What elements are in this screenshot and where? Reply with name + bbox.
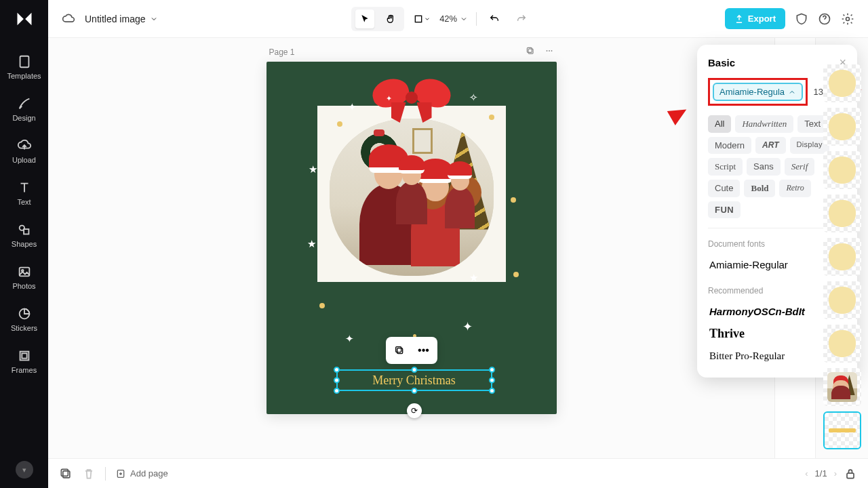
svg-point-14: [549, 50, 550, 52]
rotate-handle[interactable]: ⟳: [407, 403, 422, 418]
export-button[interactable]: Export: [725, 8, 785, 29]
hand-tool[interactable]: [381, 9, 400, 28]
lock-icon[interactable]: [844, 467, 857, 481]
page-header: Page 1: [267, 46, 557, 62]
cloud-icon[interactable]: [62, 12, 75, 26]
svg-rect-19: [63, 470, 70, 477]
page-number: 1/1: [815, 468, 827, 479]
next-page-icon[interactable]: ›: [834, 468, 837, 479]
nav-stickers-label: Stickers: [11, 324, 37, 332]
layer-thumb-photo[interactable]: [823, 368, 861, 406]
font-family-value: Amiamie-Regula: [719, 87, 785, 97]
selected-text-element[interactable]: Merry Christmas ⟳: [336, 369, 492, 391]
settings-icon[interactable]: [841, 12, 854, 26]
main-area: Untitled image 42% Export Page 1: [48, 0, 868, 488]
help-icon[interactable]: [818, 12, 831, 26]
nav-photos-label: Photos: [12, 282, 35, 290]
pages-icon[interactable]: [59, 467, 73, 481]
nav-templates-label: Templates: [7, 72, 41, 80]
chip-all[interactable]: All: [708, 115, 731, 133]
svg-rect-20: [61, 469, 68, 476]
shield-icon[interactable]: [795, 12, 808, 26]
canvas-area[interactable]: Page 1 ✦ ✦ ✧ ★ ★ ★ ✦ ✦: [48, 38, 774, 458]
more-icon[interactable]: [545, 46, 554, 56]
layer-thumb[interactable]: [823, 108, 861, 146]
font-family-select[interactable]: Amiamie-Regula: [713, 83, 803, 101]
svg-rect-8: [415, 16, 421, 22]
zoom-control[interactable]: 42%: [439, 14, 468, 24]
chevron-up-icon: [788, 88, 796, 96]
left-sidebar: Templates Design Upload Text Shapes Phot…: [0, 0, 48, 488]
nav-upload-label: Upload: [12, 156, 36, 164]
collapse-sidebar-button[interactable]: ▾: [16, 461, 33, 479]
chip-cute[interactable]: Cute: [708, 180, 740, 197]
nav-design[interactable]: Design: [0, 88, 48, 130]
svg-rect-2: [24, 229, 28, 234]
svg-rect-0: [20, 56, 28, 68]
svg-rect-17: [395, 347, 401, 352]
nav-shapes-label: Shapes: [12, 240, 37, 248]
nav-frames-label: Frames: [12, 366, 37, 374]
chip-retro[interactable]: Retro: [779, 180, 810, 197]
more-element-icon[interactable]: •••: [414, 341, 433, 360]
nav-templates[interactable]: Templates: [0, 46, 48, 88]
canvas-frame[interactable]: ✦ ✦ ✧ ★ ★ ★ ✦ ✦ ••• Merry Chri: [267, 62, 557, 414]
nav-shapes[interactable]: Shapes: [0, 214, 48, 256]
layer-thumb[interactable]: [823, 195, 861, 232]
nav-text[interactable]: Text: [0, 172, 48, 214]
chip-serif[interactable]: Serif: [785, 158, 815, 176]
duplicate-element-icon[interactable]: [390, 341, 409, 360]
app-logo[interactable]: [15, 9, 34, 28]
layer-thumb[interactable]: [823, 238, 861, 276]
delete-icon[interactable]: [82, 467, 96, 481]
nav-frames[interactable]: Frames: [0, 340, 48, 382]
nav-photos[interactable]: Photos: [0, 256, 48, 298]
svg-rect-16: [397, 348, 402, 354]
bottom-bar: Add page ‹ 1/1 ›: [48, 458, 868, 488]
redo-button[interactable]: [512, 9, 531, 28]
element-toolbar: •••: [386, 337, 437, 364]
layer-thumb[interactable]: [823, 325, 861, 363]
undo-button[interactable]: [485, 9, 504, 28]
workspace: Page 1 ✦ ✦ ✧ ★ ★ ★ ✦ ✦: [48, 38, 868, 458]
svg-rect-12: [527, 47, 532, 52]
chip-modern[interactable]: Modern: [708, 137, 751, 154]
font-item-name: Amiamie-Regular: [709, 259, 788, 270]
top-bar: Untitled image 42% Export: [48, 0, 868, 38]
svg-rect-22: [847, 473, 854, 479]
svg-point-10: [846, 17, 850, 20]
export-label: Export: [748, 14, 776, 24]
chip-bold[interactable]: Bold: [744, 180, 775, 197]
panel-title: Basic: [708, 57, 735, 68]
tool-group: [351, 7, 404, 31]
cursor-tool[interactable]: [355, 9, 374, 28]
add-page-button[interactable]: Add page: [115, 468, 168, 479]
layer-thumb[interactable]: [823, 281, 861, 319]
svg-point-15: [551, 50, 552, 52]
font-select-highlight: Amiamie-Regula: [708, 78, 808, 106]
chip-art[interactable]: ART: [755, 137, 785, 154]
svg-rect-11: [528, 49, 533, 54]
chip-fun[interactable]: FUN: [708, 201, 741, 218]
svg-rect-7: [22, 353, 26, 358]
canvas-text: Merry Christmas: [372, 373, 455, 388]
document-title[interactable]: Untitled image: [85, 14, 158, 24]
page-actions: [519, 46, 553, 58]
chip-sans[interactable]: Sans: [747, 158, 781, 176]
prev-page-icon[interactable]: ‹: [805, 468, 808, 479]
duplicate-page-icon[interactable]: [526, 46, 535, 56]
nav-upload[interactable]: Upload: [0, 130, 48, 172]
nav-design-label: Design: [12, 114, 35, 122]
zoom-value: 42%: [439, 14, 457, 24]
chip-script[interactable]: Script: [708, 158, 743, 176]
page-label-text: Page 1: [269, 47, 295, 57]
chip-handwritten[interactable]: Handwritten: [735, 115, 793, 133]
layer-thumb-text-selected[interactable]: [823, 411, 861, 449]
layer-thumb[interactable]: [823, 64, 861, 102]
nav-stickers[interactable]: Stickers: [0, 298, 48, 340]
bow-decoration: [371, 79, 452, 119]
family-photo[interactable]: [330, 119, 494, 276]
document-title-text: Untitled image: [85, 14, 146, 24]
crop-tool[interactable]: [412, 9, 431, 28]
layer-thumb[interactable]: [823, 151, 861, 189]
